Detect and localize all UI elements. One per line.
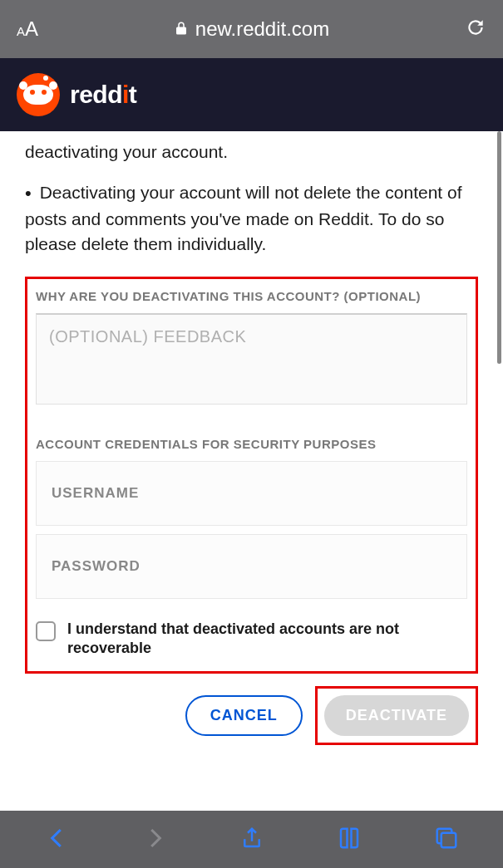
back-icon[interactable] — [45, 826, 70, 854]
username-input[interactable] — [36, 461, 467, 526]
reddit-wordmark[interactable]: reddit — [70, 81, 136, 109]
svg-rect-0 — [441, 832, 456, 847]
cancel-button[interactable]: CANCEL — [185, 695, 303, 736]
url-display[interactable]: new.reddit.com — [38, 17, 465, 41]
scrollbar[interactable] — [497, 131, 501, 364]
action-button-row: CANCEL DEACTIVATE — [25, 686, 478, 745]
form-highlight-box: WHY ARE YOU DEACTIVATING THIS ACCOUNT? (… — [25, 277, 478, 674]
reason-label: WHY ARE YOU DEACTIVATING THIS ACCOUNT? (… — [36, 289, 467, 303]
password-input[interactable] — [36, 534, 467, 599]
bullet-info-text: •Deactivating your account will not dele… — [25, 180, 478, 256]
text-size-icon[interactable]: AA — [17, 17, 38, 41]
truncated-info-text: deactivating your account. — [25, 140, 478, 164]
reddit-header: reddit — [0, 58, 503, 131]
credentials-label: ACCOUNT CREDENTIALS FOR SECURITY PURPOSE… — [36, 437, 467, 451]
main-content: deactivating your account. •Deactivating… — [0, 131, 503, 811]
bullet-text: Deactivating your account will not delet… — [25, 183, 462, 253]
browser-bottom-toolbar — [0, 811, 503, 868]
bullet-dot-icon: • — [25, 181, 32, 207]
deactivate-button[interactable]: DEACTIVATE — [324, 695, 469, 736]
share-icon[interactable] — [239, 826, 264, 854]
confirm-checkbox[interactable] — [36, 621, 56, 641]
feedback-input[interactable] — [36, 313, 467, 405]
confirm-checkbox-row: I understand that deactivated accounts a… — [36, 620, 467, 659]
bookmarks-icon[interactable] — [337, 826, 362, 854]
tabs-icon[interactable] — [434, 826, 459, 854]
refresh-icon[interactable] — [465, 17, 486, 42]
browser-address-bar: AA new.reddit.com — [0, 0, 503, 58]
forward-icon — [142, 826, 167, 854]
lock-icon — [174, 17, 189, 41]
url-text: new.reddit.com — [195, 17, 329, 41]
reddit-logo-icon[interactable] — [17, 73, 60, 116]
deactivate-highlight-box: DEACTIVATE — [315, 686, 478, 745]
confirm-checkbox-label: I understand that deactivated accounts a… — [67, 620, 467, 659]
